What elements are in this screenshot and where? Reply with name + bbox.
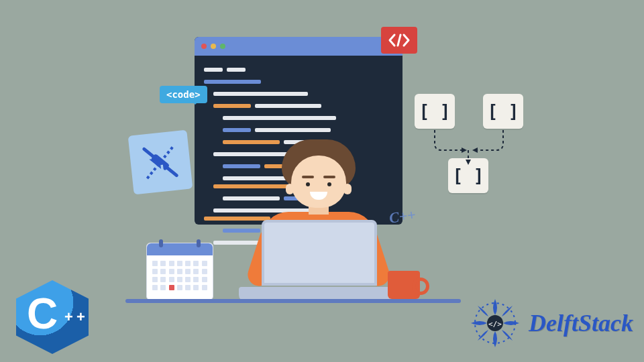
ear-right — [343, 184, 352, 194]
arrows-in-icon — [138, 140, 182, 184]
editor-titlebar — [195, 37, 402, 56]
laptop-screen — [262, 220, 377, 286]
calendar-grid — [147, 255, 213, 296]
code-slash-icon — [388, 33, 411, 48]
delftstack-wordmark: DelftStack — [529, 311, 633, 335]
cpp-letter: C — [27, 292, 58, 335]
eye-left — [306, 182, 310, 186]
tree-connector — [409, 127, 530, 168]
code-tag-badge — [381, 27, 417, 54]
window-dot-yellow — [211, 44, 216, 49]
bracket-text: [ ] — [488, 103, 519, 120]
eye-right — [327, 182, 331, 186]
calendar — [146, 243, 213, 300]
bracket-text: [ ] — [419, 103, 451, 120]
face — [291, 156, 346, 208]
bracket-card-top-right: [ ] — [483, 94, 523, 129]
svg-marker-3 — [157, 154, 169, 166]
mouth — [310, 192, 327, 200]
cpp-logo: C + + — [12, 280, 93, 354]
window-dot-red — [201, 44, 207, 49]
brow-left — [302, 176, 314, 178]
delftstack-logo: </> DelftStack — [468, 296, 633, 350]
mandala-icon: </> — [468, 296, 522, 350]
merge-arrows-tile — [128, 130, 193, 195]
bracket-card-top-left: [ ] — [415, 94, 455, 129]
desk — [125, 299, 461, 303]
coffee-mug — [388, 271, 420, 299]
svg-marker-5 — [472, 147, 478, 153]
cpp-plus-2: + — [76, 310, 85, 324]
bracket-text: [ ] — [453, 167, 484, 184]
calendar-header — [147, 243, 213, 255]
cpp-plus-1: + — [64, 310, 73, 324]
bracket-tree: [ ] [ ] [ ] — [409, 94, 530, 201]
svg-marker-4 — [462, 147, 467, 153]
svg-text:</>: </> — [488, 320, 502, 328]
svg-marker-7 — [466, 160, 471, 165]
calendar-accent-day — [169, 285, 174, 290]
illustration-stage: <code> [ ] [ ] [ ] C++ — [0, 0, 644, 362]
ear-left — [286, 184, 294, 194]
code-bubble: <code> — [160, 86, 207, 103]
laptop — [239, 220, 400, 302]
svg-line-0 — [398, 35, 400, 46]
window-dot-green — [220, 44, 225, 49]
brow-right — [323, 176, 335, 178]
code-bubble-text: <code> — [166, 89, 201, 100]
